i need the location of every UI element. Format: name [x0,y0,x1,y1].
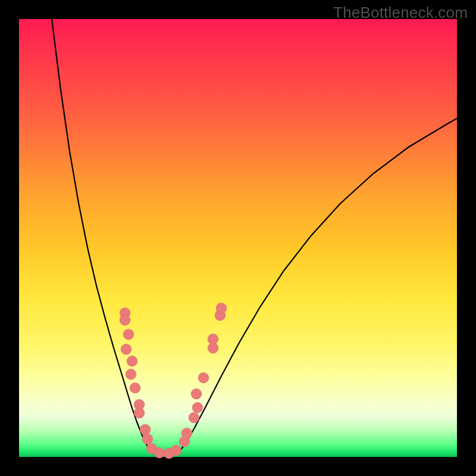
chart-frame: TheBottleneck.com [0,0,476,476]
data-point [189,412,199,423]
data-point [134,408,145,418]
bottleneck-curve [52,19,457,455]
data-point [216,303,227,314]
data-point [121,344,131,355]
data-point [130,383,140,393]
data-point [198,372,209,383]
highlight-points [120,303,227,459]
data-point [127,356,137,367]
data-point [154,447,165,458]
data-point [171,445,181,456]
data-point [191,389,202,399]
data-point [192,402,203,413]
data-point [142,434,153,444]
watermark-text: TheBottleneck.com [333,4,468,22]
data-point [181,428,192,439]
data-point [123,329,134,340]
data-point [126,369,136,380]
curve-layer [19,19,457,457]
plot-area [19,19,457,457]
data-point [208,334,218,345]
data-point [120,315,130,325]
data-point [140,424,151,435]
